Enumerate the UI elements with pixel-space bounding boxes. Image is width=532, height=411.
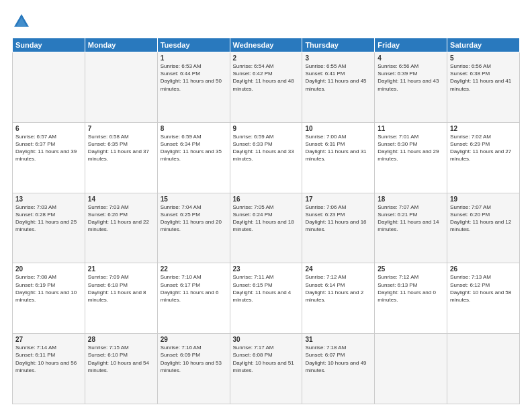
day-number: 31 (305, 336, 371, 343)
calendar-cell: 12 Sunrise: 7:02 AMSunset: 6:29 PMDaylig… (447, 122, 520, 193)
calendar-cell: 15 Sunrise: 7:04 AMSunset: 6:25 PMDaylig… (157, 193, 230, 263)
calendar-cell: 30 Sunrise: 7:17 AMSunset: 6:08 PMDaylig… (230, 334, 302, 404)
day-number: 5 (450, 54, 517, 62)
calendar-header-friday: Friday (375, 38, 447, 52)
calendar-cell: 22 Sunrise: 7:10 AMSunset: 6:17 PMDaylig… (157, 263, 230, 334)
day-info: Sunrise: 6:56 AMSunset: 6:39 PMDaylight:… (378, 63, 439, 92)
calendar-header-sunday: Sunday (13, 38, 85, 52)
calendar-cell: 18 Sunrise: 7:07 AMSunset: 6:21 PMDaylig… (375, 193, 447, 263)
calendar-cell: 21 Sunrise: 7:09 AMSunset: 6:18 PMDaylig… (85, 263, 157, 334)
calendar-cell (85, 52, 157, 123)
calendar-cell: 13 Sunrise: 7:03 AMSunset: 6:28 PMDaylig… (13, 193, 85, 263)
day-info: Sunrise: 6:53 AMSunset: 6:44 PMDaylight:… (161, 63, 222, 92)
calendar-cell: 17 Sunrise: 7:06 AMSunset: 6:23 PMDaylig… (302, 193, 375, 263)
calendar-header-row: SundayMondayTuesdayWednesdayThursdayFrid… (13, 38, 520, 52)
day-info: Sunrise: 7:14 AMSunset: 6:11 PMDaylight:… (15, 345, 77, 373)
day-number: 29 (161, 336, 227, 343)
calendar-cell: 29 Sunrise: 7:16 AMSunset: 6:09 PMDaylig… (157, 334, 230, 404)
calendar-header-monday: Monday (85, 38, 157, 52)
calendar-week-4: 20 Sunrise: 7:08 AMSunset: 6:19 PMDaylig… (13, 263, 520, 334)
day-number: 10 (305, 125, 371, 132)
calendar-week-3: 13 Sunrise: 7:03 AMSunset: 6:28 PMDaylig… (13, 193, 520, 263)
day-number: 3 (305, 54, 371, 62)
day-number: 13 (15, 195, 82, 203)
logo-icon (12, 12, 31, 31)
day-info: Sunrise: 7:00 AMSunset: 6:31 PMDaylight:… (305, 134, 366, 163)
day-info: Sunrise: 6:54 AMSunset: 6:42 PMDaylight:… (233, 63, 294, 92)
day-number: 28 (88, 336, 154, 343)
day-number: 21 (88, 265, 154, 273)
day-number: 17 (305, 195, 371, 203)
day-info: Sunrise: 7:11 AMSunset: 6:15 PMDaylight:… (233, 274, 292, 303)
day-number: 12 (450, 125, 517, 132)
calendar-cell (13, 52, 85, 123)
day-info: Sunrise: 6:57 AMSunset: 6:37 PMDaylight:… (15, 134, 77, 163)
calendar-cell: 31 Sunrise: 7:18 AMSunset: 6:07 PMDaylig… (302, 334, 375, 404)
day-number: 7 (88, 125, 154, 132)
day-info: Sunrise: 7:07 AMSunset: 6:21 PMDaylight:… (378, 204, 439, 233)
calendar-cell: 24 Sunrise: 7:12 AMSunset: 6:14 PMDaylig… (302, 263, 375, 334)
calendar-cell: 27 Sunrise: 7:14 AMSunset: 6:11 PMDaylig… (13, 334, 85, 404)
day-info: Sunrise: 7:13 AMSunset: 6:12 PMDaylight:… (450, 274, 511, 303)
day-number: 27 (15, 336, 82, 343)
day-number: 22 (161, 265, 227, 273)
day-info: Sunrise: 7:10 AMSunset: 6:17 PMDaylight:… (161, 274, 219, 303)
day-number: 9 (233, 125, 300, 132)
day-number: 8 (161, 125, 227, 132)
calendar-cell: 28 Sunrise: 7:15 AMSunset: 6:10 PMDaylig… (85, 334, 157, 404)
day-info: Sunrise: 7:02 AMSunset: 6:29 PMDaylight:… (450, 134, 511, 163)
calendar-cell: 19 Sunrise: 7:07 AMSunset: 6:20 PMDaylig… (447, 193, 520, 263)
day-info: Sunrise: 6:56 AMSunset: 6:38 PMDaylight:… (450, 63, 511, 92)
calendar-cell: 9 Sunrise: 6:59 AMSunset: 6:33 PMDayligh… (230, 122, 302, 193)
day-number: 15 (161, 195, 227, 203)
header (12, 12, 520, 31)
day-info: Sunrise: 7:12 AMSunset: 6:14 PMDaylight:… (305, 274, 363, 303)
calendar-week-1: 1 Sunrise: 6:53 AMSunset: 6:44 PMDayligh… (13, 52, 520, 123)
calendar-header-thursday: Thursday (302, 38, 375, 52)
day-number: 26 (450, 265, 517, 273)
calendar-cell: 6 Sunrise: 6:57 AMSunset: 6:37 PMDayligh… (13, 122, 85, 193)
day-info: Sunrise: 7:18 AMSunset: 6:07 PMDaylight:… (305, 345, 366, 373)
calendar-week-2: 6 Sunrise: 6:57 AMSunset: 6:37 PMDayligh… (13, 122, 520, 193)
day-number: 2 (233, 54, 300, 62)
calendar-cell: 7 Sunrise: 6:58 AMSunset: 6:35 PMDayligh… (85, 122, 157, 193)
calendar-cell: 5 Sunrise: 6:56 AMSunset: 6:38 PMDayligh… (447, 52, 520, 123)
day-number: 25 (378, 265, 444, 273)
calendar-cell: 2 Sunrise: 6:54 AMSunset: 6:42 PMDayligh… (230, 52, 302, 123)
day-number: 30 (233, 336, 300, 343)
day-info: Sunrise: 7:08 AMSunset: 6:19 PMDaylight:… (15, 274, 77, 303)
calendar-header-saturday: Saturday (447, 38, 520, 52)
calendar-cell: 10 Sunrise: 7:00 AMSunset: 6:31 PMDaylig… (302, 122, 375, 193)
calendar-cell: 14 Sunrise: 7:03 AMSunset: 6:26 PMDaylig… (85, 193, 157, 263)
day-number: 11 (378, 125, 444, 132)
day-number: 1 (161, 54, 227, 62)
calendar-cell (447, 334, 520, 404)
day-info: Sunrise: 7:03 AMSunset: 6:26 PMDaylight:… (88, 204, 149, 233)
day-info: Sunrise: 7:06 AMSunset: 6:23 PMDaylight:… (305, 204, 366, 233)
calendar-cell: 8 Sunrise: 6:59 AMSunset: 6:34 PMDayligh… (157, 122, 230, 193)
day-number: 20 (15, 265, 82, 273)
day-info: Sunrise: 7:17 AMSunset: 6:08 PMDaylight:… (233, 345, 294, 373)
day-number: 4 (378, 54, 444, 62)
day-number: 18 (378, 195, 444, 203)
calendar-cell: 1 Sunrise: 6:53 AMSunset: 6:44 PMDayligh… (157, 52, 230, 123)
day-info: Sunrise: 7:05 AMSunset: 6:24 PMDaylight:… (233, 204, 294, 233)
day-number: 6 (15, 125, 82, 132)
day-info: Sunrise: 6:58 AMSunset: 6:35 PMDaylight:… (88, 134, 149, 163)
calendar-cell: 25 Sunrise: 7:12 AMSunset: 6:13 PMDaylig… (375, 263, 447, 334)
calendar-cell: 23 Sunrise: 7:11 AMSunset: 6:15 PMDaylig… (230, 263, 302, 334)
calendar-cell: 16 Sunrise: 7:05 AMSunset: 6:24 PMDaylig… (230, 193, 302, 263)
calendar-cell (375, 334, 447, 404)
day-number: 14 (88, 195, 154, 203)
day-info: Sunrise: 6:55 AMSunset: 6:41 PMDaylight:… (305, 63, 366, 92)
day-number: 16 (233, 195, 300, 203)
day-info: Sunrise: 6:59 AMSunset: 6:33 PMDaylight:… (233, 134, 294, 163)
logo (12, 12, 34, 31)
day-info: Sunrise: 7:01 AMSunset: 6:30 PMDaylight:… (378, 134, 439, 163)
calendar-cell: 20 Sunrise: 7:08 AMSunset: 6:19 PMDaylig… (13, 263, 85, 334)
day-info: Sunrise: 7:15 AMSunset: 6:10 PMDaylight:… (88, 345, 149, 373)
page: SundayMondayTuesdayWednesdayThursdayFrid… (0, 0, 532, 411)
day-number: 19 (450, 195, 517, 203)
calendar-week-5: 27 Sunrise: 7:14 AMSunset: 6:11 PMDaylig… (13, 334, 520, 404)
calendar: SundayMondayTuesdayWednesdayThursdayFrid… (12, 38, 520, 404)
